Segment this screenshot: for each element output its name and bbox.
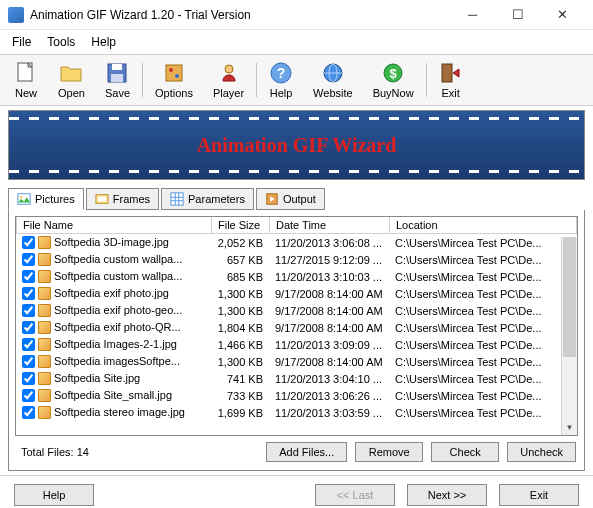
scroll-down-icon[interactable]: ▼ — [562, 419, 577, 435]
table-row[interactable]: Softpedia Site_small.jpg733 KB11/20/2013… — [16, 387, 577, 404]
file-size: 741 KB — [211, 370, 269, 387]
svg-text:?: ? — [277, 65, 286, 81]
help-bottom-button[interactable]: Help — [14, 484, 94, 506]
file-size: 1,300 KB — [211, 302, 269, 319]
table-row[interactable]: Softpedia exif photo.jpg1,300 KB9/17/200… — [16, 285, 577, 302]
tab-frames[interactable]: Frames — [86, 188, 159, 210]
row-checkbox[interactable] — [22, 304, 35, 317]
website-button[interactable]: Website — [303, 59, 363, 101]
options-button[interactable]: Options — [145, 59, 203, 101]
row-checkbox[interactable] — [22, 338, 35, 351]
uncheck-button[interactable]: Uncheck — [507, 442, 576, 462]
row-checkbox[interactable] — [22, 321, 35, 334]
file-location: C:\Users\Mircea Test PC\De... — [389, 268, 577, 285]
file-size: 2,052 KB — [211, 234, 269, 251]
file-icon — [38, 321, 51, 334]
table-row[interactable]: Softpedia imagesSoftpe...1,300 KB9/17/20… — [16, 353, 577, 370]
row-checkbox[interactable] — [22, 253, 35, 266]
buynow-icon: $ — [381, 61, 405, 85]
minimize-button[interactable]: ─ — [450, 1, 495, 29]
menu-tools[interactable]: Tools — [39, 32, 83, 52]
row-checkbox[interactable] — [22, 287, 35, 300]
svg-rect-2 — [112, 64, 122, 70]
table-row[interactable]: Softpedia exif photo-geo...1,300 KB9/17/… — [16, 302, 577, 319]
add-files-button[interactable]: Add Files... — [266, 442, 347, 462]
close-button[interactable]: ✕ — [540, 1, 585, 29]
vertical-scrollbar[interactable]: ▲ ▼ — [561, 237, 577, 435]
table-row[interactable]: Softpedia 3D-image.jpg2,052 KB11/20/2013… — [16, 234, 577, 251]
toolbar-separator — [142, 63, 143, 97]
row-checkbox[interactable] — [22, 270, 35, 283]
open-button[interactable]: Open — [48, 59, 95, 101]
exit-bottom-button[interactable]: Exit — [499, 484, 579, 506]
tab-pictures[interactable]: Pictures — [8, 188, 84, 210]
file-name: Softpedia stereo image.jpg — [54, 406, 185, 418]
file-name: Softpedia Site.jpg — [54, 372, 140, 384]
col-header-name[interactable]: File Name — [17, 217, 212, 234]
row-checkbox[interactable] — [22, 406, 35, 419]
file-date: 9/17/2008 8:14:00 AM — [269, 319, 389, 336]
maximize-button[interactable]: ☐ — [495, 1, 540, 29]
window-controls: ─ ☐ ✕ — [450, 1, 585, 29]
new-button[interactable]: New — [4, 59, 48, 101]
row-checkbox[interactable] — [22, 389, 35, 402]
tab-parameters[interactable]: Parameters — [161, 188, 254, 210]
app-icon — [8, 7, 24, 23]
tab-output[interactable]: Output — [256, 188, 325, 210]
file-size: 1,699 KB — [211, 404, 269, 421]
file-icon — [38, 338, 51, 351]
col-header-date[interactable]: Date Time — [270, 217, 390, 234]
player-button[interactable]: Player — [203, 59, 254, 101]
file-icon — [38, 287, 51, 300]
svg-rect-16 — [18, 194, 30, 205]
file-name: Softpedia custom wallpa... — [54, 253, 182, 265]
file-size: 1,300 KB — [211, 285, 269, 302]
exit-icon — [439, 61, 463, 85]
table-row[interactable]: Softpedia custom wallpa...685 KB11/20/20… — [16, 268, 577, 285]
pictures-icon — [17, 192, 31, 206]
svg-rect-3 — [111, 74, 123, 82]
file-name: Softpedia 3D-image.jpg — [54, 236, 169, 248]
file-name: Softpedia exif photo-QR... — [54, 321, 181, 333]
file-table: File Name File Size Date Time Location S… — [15, 216, 578, 436]
file-size: 733 KB — [211, 387, 269, 404]
next-button[interactable]: Next >> — [407, 484, 487, 506]
file-location: C:\Users\Mircea Test PC\De... — [389, 370, 577, 387]
options-icon — [162, 61, 186, 85]
scroll-thumb[interactable] — [563, 237, 576, 357]
banner: Animation GIF Wizard — [8, 110, 585, 180]
row-checkbox[interactable] — [22, 236, 35, 249]
file-name: Softpedia exif photo.jpg — [54, 287, 169, 299]
file-location: C:\Users\Mircea Test PC\De... — [389, 404, 577, 421]
file-icon — [38, 253, 51, 266]
file-date: 11/27/2015 9:12:09 ... — [269, 251, 389, 268]
file-location: C:\Users\Mircea Test PC\De... — [389, 302, 577, 319]
remove-button[interactable]: Remove — [355, 442, 423, 462]
file-size: 1,466 KB — [211, 336, 269, 353]
table-row[interactable]: Softpedia Images-2-1.jpg1,466 KB11/20/20… — [16, 336, 577, 353]
toolbar-separator — [426, 63, 427, 97]
file-location: C:\Users\Mircea Test PC\De... — [389, 251, 577, 268]
help-button[interactable]: ? Help — [259, 59, 303, 101]
svg-rect-19 — [97, 196, 106, 201]
file-icon — [38, 236, 51, 249]
row-checkbox[interactable] — [22, 372, 35, 385]
menu-help[interactable]: Help — [83, 32, 124, 52]
exit-toolbar-button[interactable]: Exit — [429, 59, 473, 101]
check-button[interactable]: Check — [431, 442, 499, 462]
col-header-location[interactable]: Location — [390, 217, 577, 234]
file-location: C:\Users\Mircea Test PC\De... — [389, 387, 577, 404]
table-row[interactable]: Softpedia Site.jpg741 KB11/20/2013 3:04:… — [16, 370, 577, 387]
table-row[interactable]: Softpedia exif photo-QR...1,804 KB9/17/2… — [16, 319, 577, 336]
buynow-button[interactable]: $ BuyNow — [363, 59, 424, 101]
row-checkbox[interactable] — [22, 355, 35, 368]
svg-rect-20 — [171, 193, 183, 205]
file-date: 11/20/2013 3:04:10 ... — [269, 370, 389, 387]
save-button[interactable]: Save — [95, 59, 140, 101]
menu-file[interactable]: File — [4, 32, 39, 52]
table-row[interactable]: Softpedia stereo image.jpg1,699 KB11/20/… — [16, 404, 577, 421]
table-row[interactable]: Softpedia custom wallpa...657 KB11/27/20… — [16, 251, 577, 268]
last-button[interactable]: << Last — [315, 484, 395, 506]
col-header-size[interactable]: File Size — [212, 217, 270, 234]
open-icon — [59, 61, 83, 85]
